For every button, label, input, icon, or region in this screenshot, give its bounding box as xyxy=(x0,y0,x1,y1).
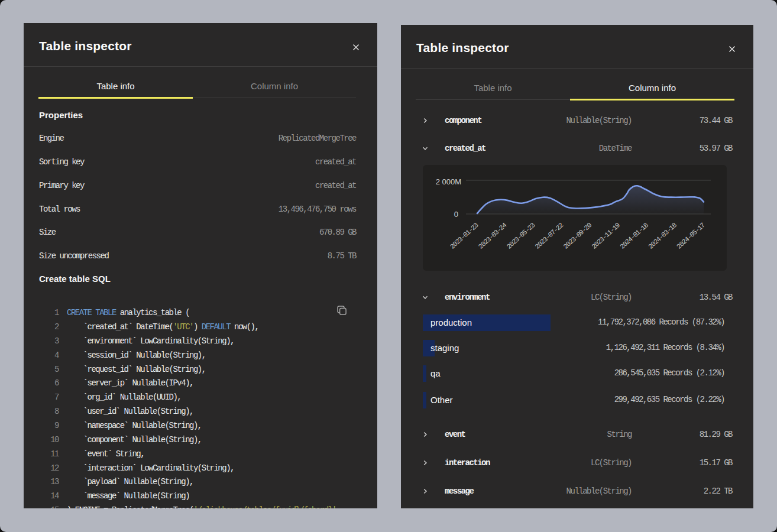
svg-text:2023-07-22: 2023-07-22 xyxy=(533,221,565,251)
svg-text:2023-09-20: 2023-09-20 xyxy=(562,221,593,251)
svg-text:2023-11-19: 2023-11-19 xyxy=(590,221,621,251)
svg-text:2023-05-23: 2023-05-23 xyxy=(505,221,536,251)
svg-text:2 000M: 2 000M xyxy=(436,177,461,186)
svg-text:2023-03-24: 2023-03-24 xyxy=(477,221,508,251)
svg-text:2024-05-17: 2024-05-17 xyxy=(675,222,707,251)
svg-text:2024-01-18: 2024-01-18 xyxy=(619,221,650,251)
svg-text:2023-01-23: 2023-01-23 xyxy=(448,221,480,251)
svg-text:2024-03-18: 2024-03-18 xyxy=(647,221,678,251)
svg-text:0: 0 xyxy=(454,210,458,219)
